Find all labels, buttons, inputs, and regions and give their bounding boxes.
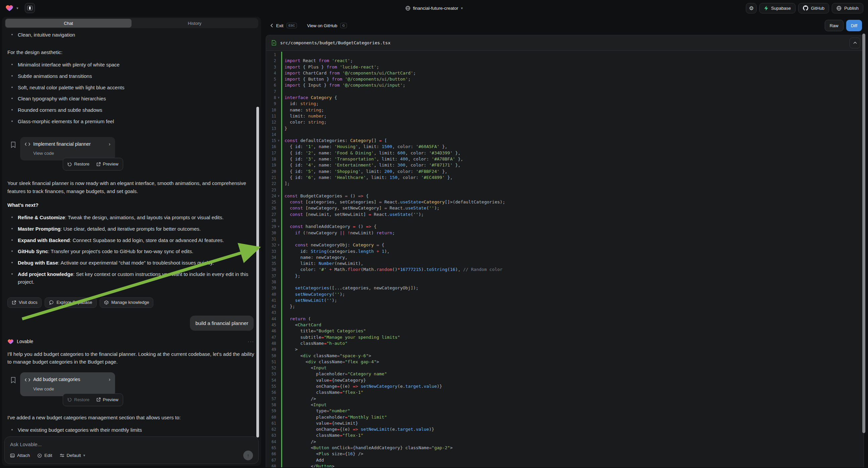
fold-spacer <box>276 52 281 58</box>
composer-placeholder[interactable]: Ask Lovable... <box>10 441 253 447</box>
model-selector[interactable]: Default ▾ <box>60 453 85 458</box>
code-editor[interactable]: 12import React from 'react';3import { Pl… <box>266 51 864 467</box>
lovable-logo-icon[interactable] <box>5 4 13 12</box>
list-item: Minimalist interface with plenty of whit… <box>7 61 254 68</box>
fold-spacer <box>276 334 281 341</box>
external-link-icon <box>96 398 101 402</box>
chevron-up-icon <box>853 41 857 44</box>
toggle-sidebar-button[interactable] <box>25 3 35 13</box>
list-item: Master Prompting: Use clear, detailed, a… <box>7 225 254 233</box>
fold-chevron-icon[interactable]: ∨ <box>276 224 281 230</box>
publish-button[interactable]: Publish <box>832 3 863 13</box>
fold-spacer <box>276 445 281 451</box>
code-text: color: string; <box>282 119 327 125</box>
manage-knowledge-button[interactable]: Manage knowledge <box>100 297 154 308</box>
panel-toggle-icon <box>27 6 33 10</box>
code-line: 9 id: string; <box>266 101 864 107</box>
edit-mode-button[interactable]: Edit <box>37 453 52 458</box>
code-line: 67 Add <box>266 457 864 463</box>
fold-spacer <box>276 64 281 70</box>
edit-label: Edit <box>44 453 52 458</box>
line-number: 45 <box>266 322 276 328</box>
project-switcher[interactable]: financial-future-creator ▾ <box>405 0 463 16</box>
line-number: 43 <box>266 310 276 316</box>
fold-spacer <box>276 303 281 310</box>
code-text: name: newCategory, <box>282 255 348 261</box>
fold-spacer <box>276 377 281 383</box>
fold-chevron-icon[interactable]: ∨ <box>276 242 281 248</box>
file-card: src/components/budget/BudgetCategories.t… <box>266 35 864 467</box>
restore-button[interactable]: Restore <box>67 397 90 403</box>
line-number: 33 <box>266 248 276 255</box>
send-button[interactable]: ↑ <box>243 450 253 460</box>
collapse-file-button[interactable] <box>849 38 860 48</box>
sliders-icon <box>60 453 64 458</box>
code-line: 48 className="h-auto" <box>266 341 864 347</box>
line-number: 65 <box>266 445 276 451</box>
settings-button[interactable]: ⚙ <box>746 3 756 13</box>
fold-spacer <box>276 150 281 156</box>
line-number: 53 <box>266 371 276 377</box>
line-number: 60 <box>266 414 276 420</box>
code-text: import { Plus } from 'lucide-react'; <box>282 64 379 70</box>
code-line: 22]; <box>266 181 864 187</box>
chat-scrollbar-thumb[interactable] <box>256 107 259 437</box>
file-path-bar[interactable]: src/components/budget/BudgetCategories.t… <box>266 35 864 51</box>
line-number: 16 <box>266 144 276 150</box>
line-number: 63 <box>266 432 276 438</box>
github-button[interactable]: GitHub <box>798 3 829 13</box>
exit-button[interactable]: Exit ESC <box>271 23 297 28</box>
code-text: className="flex-1" <box>282 389 363 396</box>
bookmark-icon[interactable] <box>11 377 16 383</box>
bookmark-icon[interactable] <box>11 142 16 148</box>
code-line: 39 setCategories([...categories, newCate… <box>266 285 864 291</box>
attach-button[interactable]: Attach <box>10 453 30 458</box>
fold-chevron-icon[interactable]: ∨ <box>276 95 281 101</box>
code-line: 3import { Plus } from 'lucide-react'; <box>266 64 864 70</box>
fold-chevron-icon[interactable]: ∨ <box>276 193 281 199</box>
logo-chevron-down-icon[interactable]: ▾ <box>17 6 19 10</box>
visit-docs-button[interactable]: Visit docs <box>7 297 41 308</box>
code-line: 8∨interface Category { <box>266 95 864 101</box>
code-viewer-header: Exit ESC View on GitHub G Raw Diff <box>264 16 866 35</box>
code-text: setNewLimit(''); <box>282 297 337 303</box>
code-text <box>282 131 284 138</box>
restore-preview-toolbar: Restore Preview <box>63 393 123 406</box>
fold-spacer <box>276 101 281 107</box>
fold-chevron-icon[interactable]: ∨ <box>276 138 281 144</box>
fold-spacer <box>276 389 281 396</box>
fold-spacer <box>276 310 281 316</box>
code-line: 2import React from 'react'; <box>266 58 864 64</box>
code-scrollbar-thumb[interactable] <box>862 34 865 433</box>
explore-supabase-button[interactable]: Explore Supabase <box>44 297 96 308</box>
mode-label: Default <box>67 453 81 458</box>
version-card-implement-financial-planner[interactable]: Implement financial planner › View code <box>20 137 115 161</box>
view-on-github-button[interactable]: View on GitHub G <box>307 23 347 28</box>
image-icon <box>10 453 15 458</box>
message-menu-icon[interactable]: ··· <box>248 338 254 346</box>
view-code-link[interactable]: View code <box>33 386 111 393</box>
chat-composer[interactable]: Ask Lovable... Attach Edit <box>4 436 259 464</box>
line-number: 49 <box>266 347 276 352</box>
tab-history[interactable]: History <box>131 19 258 28</box>
raw-toggle-button[interactable]: Raw <box>825 20 843 31</box>
fold-spacer <box>276 181 281 187</box>
line-number: 10 <box>266 107 276 113</box>
code-text: ]; <box>282 181 290 187</box>
supabase-button[interactable]: Supabase <box>759 3 796 13</box>
view-code-link[interactable]: View code <box>33 150 111 157</box>
version-card-add-budget-categories[interactable]: Add budget categories › View code <box>20 372 115 396</box>
diff-toggle-button[interactable]: Diff <box>846 20 862 31</box>
preview-button[interactable]: Preview <box>96 397 118 403</box>
code-panel: Exit ESC View on GitHub G Raw Diff src/c… <box>264 16 866 468</box>
preview-button[interactable]: Preview <box>96 161 118 168</box>
code-line: 16 { id: '1', name: 'Housing', limit: 15… <box>266 144 864 150</box>
fold-spacer <box>276 291 281 297</box>
supabase-label: Supabase <box>771 6 791 11</box>
tab-chat[interactable]: Chat <box>5 19 131 28</box>
restore-button[interactable]: Restore <box>67 161 90 168</box>
line-number: 14 <box>266 131 276 138</box>
version-card-title: Implement financial planner <box>33 141 91 148</box>
code-text: subtitle="Manage your spending limits" <box>282 334 400 341</box>
code-text: interface Category { <box>282 95 337 101</box>
